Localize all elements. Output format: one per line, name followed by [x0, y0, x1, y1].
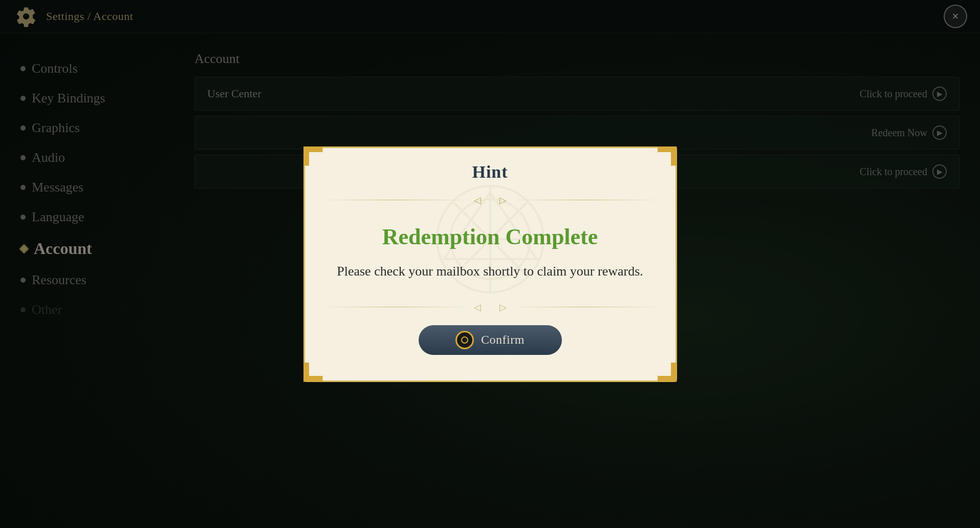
modal-title: Hint [325, 162, 655, 182]
divider-arrow-right: ▷ [499, 195, 507, 206]
divider-arrow-left: ◁ [474, 195, 481, 206]
hint-modal: Hint ◁ ▷ Redemption Complete Please ch [303, 146, 677, 382]
confirm-btn-circle-icon [455, 331, 474, 349]
modal-top-divider: ◁ ▷ [305, 195, 676, 206]
confirm-btn-dot-icon [461, 336, 468, 344]
corner-bottom-right [658, 363, 677, 382]
modal-bottom-divider: ◁ ▷ [305, 302, 676, 313]
modal-redemption-title: Redemption Complete [336, 224, 645, 250]
corner-top-right [658, 146, 677, 166]
modal-body-text: Please check your mailbox shortly to cla… [336, 262, 645, 281]
footer-divider-line-right [511, 307, 660, 307]
corner-bottom-left [303, 363, 323, 382]
divider-line-left [320, 200, 470, 200]
footer-arrow-right: ▷ [499, 302, 507, 313]
confirm-button[interactable]: Confirm [419, 325, 562, 355]
footer-divider-line-left [320, 307, 470, 307]
modal-header: Hint [305, 148, 676, 192]
modal-overlay: Hint ◁ ▷ Redemption Complete Please ch [0, 0, 980, 528]
modal-body: Redemption Complete Please check your ma… [305, 208, 676, 297]
confirm-btn-label: Confirm [481, 333, 525, 347]
footer-arrow-left: ◁ [474, 302, 481, 313]
divider-line-right [511, 200, 660, 200]
corner-top-left [303, 146, 323, 166]
